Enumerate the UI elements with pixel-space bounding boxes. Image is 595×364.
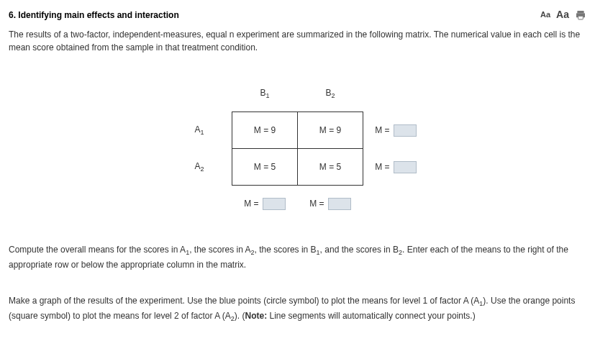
font-increase-icon[interactable]: Aa	[556, 7, 569, 22]
header-tools: Aa Aa	[540, 7, 586, 22]
font-decrease-icon[interactable]: Aa	[540, 9, 550, 21]
svg-rect-2	[578, 16, 583, 19]
note-label: Note:	[245, 311, 268, 321]
graph-paragraph: Make a graph of the results of the exper…	[9, 294, 586, 324]
row-mean-a1: M =	[363, 112, 429, 149]
col-header-b1: B1	[232, 76, 298, 112]
input-row-mean-a2[interactable]	[394, 161, 417, 173]
print-icon[interactable]	[575, 9, 586, 21]
row-header-a2: A2	[167, 149, 232, 186]
svg-rect-0	[577, 11, 583, 13]
row-header-a1: A1	[167, 112, 232, 149]
question-title: 6. Identifying main effects and interact…	[9, 9, 179, 22]
means-matrix: B1 B2 A1 M = 9 M = 9 M = A2 M = 5 M = 5 …	[167, 76, 428, 222]
input-row-mean-a1[interactable]	[394, 124, 417, 137]
row-mean-a2: M =	[363, 149, 429, 186]
col-header-b2: B2	[298, 76, 363, 112]
col-mean-b2: M =	[298, 186, 363, 222]
compute-paragraph: Compute the overall means for the scores…	[9, 243, 586, 271]
cell-a2b2: M = 5	[298, 149, 363, 186]
cell-a2b1: M = 5	[232, 149, 298, 186]
input-col-mean-b2[interactable]	[328, 198, 351, 210]
intro-paragraph: The results of a two-factor, independent…	[9, 28, 586, 54]
cell-a1b1: M = 9	[232, 112, 298, 149]
cell-a1b2: M = 9	[298, 112, 363, 149]
input-col-mean-b1[interactable]	[263, 198, 286, 210]
col-mean-b1: M =	[232, 186, 298, 222]
